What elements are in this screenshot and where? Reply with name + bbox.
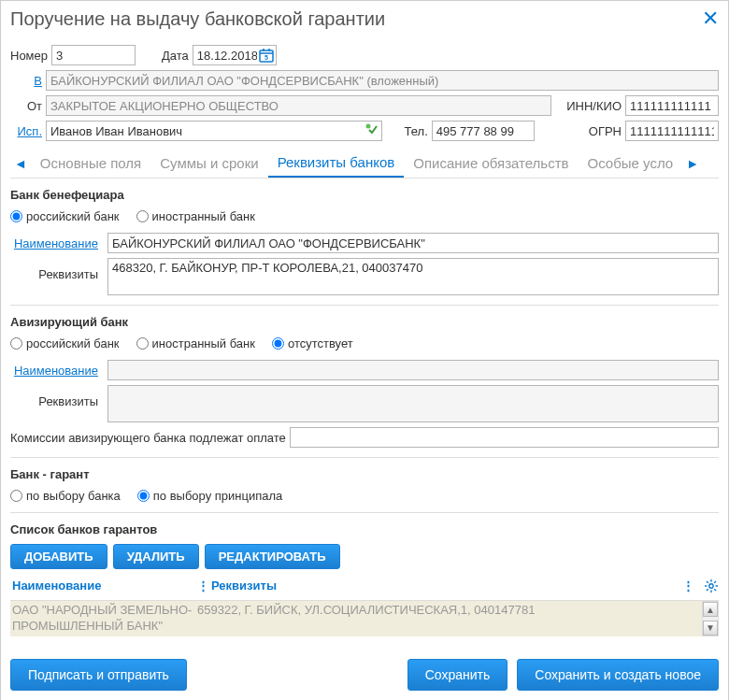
from-label: От [10, 99, 42, 113]
tab-special[interactable]: Особые усло [579, 150, 683, 177]
table-row[interactable]: ОАО "НАРОДНЫЙ ЗЕМЕЛЬНО-ПРОМЫШЛЕННЫЙ БАНК… [10, 601, 702, 636]
add-button[interactable]: ДОБАВИТЬ [10, 544, 107, 569]
advising-name-label[interactable]: Наименование [10, 364, 104, 378]
tab-scroll-right-icon[interactable]: ► [682, 156, 703, 171]
grid-col-name[interactable]: Наименование [10, 579, 197, 596]
tab-obligations[interactable]: Описание обязательств [404, 150, 578, 177]
edit-button[interactable]: РЕДАКТИРОВАТЬ [205, 544, 340, 569]
advising-name-input [107, 360, 719, 380]
guarantor-by-principal-radio[interactable]: по выбору принципала [137, 489, 283, 503]
number-label: Номер [10, 49, 48, 63]
tab-scroll-left-icon[interactable]: ◄ [10, 156, 31, 171]
column-drag-icon[interactable]: ⋮ [682, 579, 693, 593]
svg-line-12 [714, 589, 716, 591]
tab-amounts[interactable]: Суммы и сроки [150, 150, 267, 177]
executor-input[interactable] [46, 121, 382, 141]
bank-in-input [46, 70, 719, 91]
svg-point-6 [709, 584, 713, 588]
delete-button[interactable]: УДАЛИТЬ [113, 544, 199, 569]
save-create-new-button[interactable]: Сохранить и создать новое [517, 659, 719, 691]
number-input[interactable] [51, 45, 136, 65]
tel-input[interactable] [432, 121, 535, 141]
scrollbar[interactable]: ▲ ▼ [702, 601, 719, 636]
gear-icon[interactable] [696, 579, 719, 596]
inn-label: ИНН/КИО [566, 99, 622, 113]
beneficiary-req-label: Реквизиты [10, 258, 104, 281]
from-input [46, 95, 551, 116]
commission-label: Комиссии авизирующего банка подлежат опл… [10, 431, 286, 445]
beneficiary-name-label[interactable]: Наименование [10, 236, 104, 250]
advising-russian-radio[interactable]: российский банк [10, 336, 120, 350]
beneficiary-foreign-radio[interactable]: иностранный банк [136, 209, 255, 223]
advising-req-label: Реквизиты [10, 385, 104, 408]
beneficiary-name-input[interactable] [107, 233, 719, 253]
tel-label: Тел. [405, 124, 428, 138]
beneficiary-russian-radio[interactable]: российский банк [10, 209, 120, 223]
sign-send-button[interactable]: Подписать и отправить [10, 659, 187, 691]
ogrn-input[interactable] [625, 121, 719, 141]
guarantor-list-header: Список банков гарантов [10, 522, 719, 536]
window-title: Поручение на выдачу банковской гарантии [10, 8, 385, 30]
calendar-icon[interactable]: 5 [259, 48, 274, 63]
guarantor-grid: Наименование ⋮Реквизиты ⋮ ОАО "НАРОДНЫЙ … [10, 575, 719, 636]
advising-req-input [107, 385, 719, 422]
date-label: Дата [162, 49, 189, 63]
svg-text:5: 5 [264, 54, 268, 61]
grid-cell-name: ОАО "НАРОДНЫЙ ЗЕМЕЛЬНО-ПРОМЫШЛЕННЫЙ БАНК… [10, 603, 197, 635]
close-icon[interactable]: ✕ [702, 8, 719, 29]
tab-main-fields[interactable]: Основные поля [31, 150, 150, 177]
tab-bank-requisites[interactable]: Реквизиты банков [268, 149, 405, 178]
executor-label[interactable]: Исп. [10, 124, 42, 138]
beneficiary-bank-header: Банк бенефециара [10, 188, 719, 202]
svg-point-5 [365, 124, 370, 129]
attach-icon[interactable] [365, 123, 379, 139]
beneficiary-req-input[interactable]: 468320, Г. БАЙКОНУР, ПР-Т КОРОЛЕВА,21, 0… [107, 258, 719, 295]
bank-in-label[interactable]: В [10, 74, 42, 88]
svg-line-13 [707, 589, 708, 591]
scroll-down-icon[interactable]: ▼ [703, 621, 718, 636]
grid-cell-req: 659322, Г. БИЙСК, УЛ.СОЦИАЛИСТИЧЕСКАЯ,1,… [197, 603, 702, 635]
commission-input[interactable] [290, 427, 719, 448]
advising-bank-header: Авизирующий банк [10, 315, 719, 329]
svg-line-11 [707, 581, 708, 583]
inn-input[interactable] [625, 95, 719, 116]
guarantor-bank-header: Банк - гарант [10, 467, 719, 481]
advising-none-radio[interactable]: отсутствует [272, 336, 353, 350]
grid-col-requisites[interactable]: ⋮Реквизиты [197, 579, 453, 596]
advising-foreign-radio[interactable]: иностранный банк [136, 336, 255, 350]
ogrn-label: ОГРН [589, 124, 622, 138]
guarantor-by-bank-radio[interactable]: по выбору банка [10, 489, 121, 503]
column-drag-icon[interactable]: ⋮ [197, 579, 207, 593]
svg-line-14 [714, 581, 716, 583]
save-button[interactable]: Сохранить [407, 659, 508, 691]
scroll-up-icon[interactable]: ▲ [703, 602, 718, 617]
